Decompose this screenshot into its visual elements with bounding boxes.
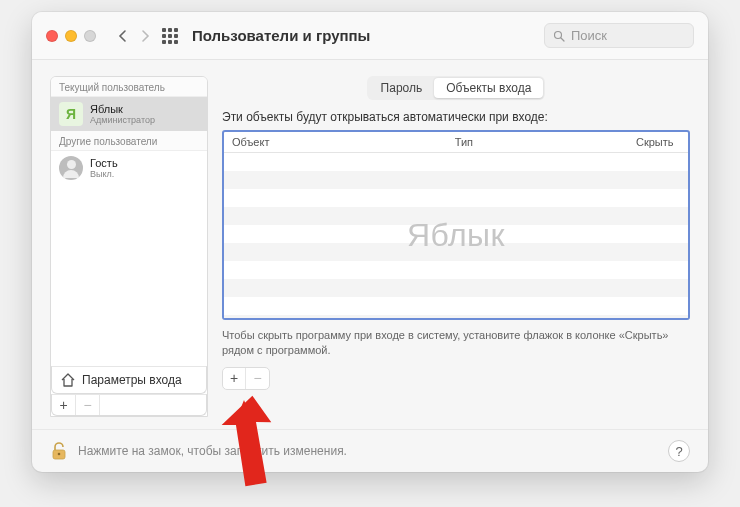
login-item-add-remove-bar: + − [222, 367, 270, 390]
lock-hint-text: Нажмите на замок, чтобы запретить измене… [78, 444, 347, 458]
back-button[interactable] [112, 25, 134, 47]
minimize-window-button[interactable] [65, 30, 77, 42]
hide-hint-text: Чтобы скрыть программу при входе в систе… [222, 328, 690, 359]
titlebar: Пользователи и группы Поиск [32, 12, 708, 60]
avatar: Я [59, 102, 83, 126]
watermark-text: Яблык [224, 153, 688, 318]
forward-button [134, 25, 156, 47]
tab-group: Пароль Объекты входа [367, 76, 546, 100]
user-list: Текущий пользователь Я Яблык Администрат… [50, 76, 208, 417]
close-window-button[interactable] [46, 30, 58, 42]
user-add-remove-bar: + − [51, 394, 207, 416]
footer: Нажмите на замок, чтобы запретить измене… [32, 429, 708, 472]
avatar-guest-icon [59, 156, 83, 180]
column-type[interactable]: Тип [447, 132, 628, 152]
svg-point-3 [58, 453, 61, 456]
svg-point-0 [555, 31, 562, 38]
content-area: Текущий пользователь Я Яблык Администрат… [32, 60, 708, 429]
user-row-guest[interactable]: Гость Выкл. [51, 151, 207, 185]
show-all-preferences-button[interactable] [162, 28, 178, 44]
svg-line-1 [561, 38, 564, 41]
main-panel: Пароль Объекты входа Эти объекты будут о… [222, 76, 690, 417]
tab-login-items[interactable]: Объекты входа [434, 78, 543, 98]
lock-icon[interactable] [50, 441, 68, 461]
remove-user-button: − [76, 395, 100, 415]
user-role: Администратор [90, 115, 155, 125]
remove-login-item-button: − [246, 368, 269, 389]
preferences-window: Пользователи и группы Поиск Текущий поль… [32, 12, 708, 472]
fullscreen-window-button [84, 30, 96, 42]
user-name: Гость [90, 157, 118, 169]
user-status: Выкл. [90, 169, 118, 179]
window-controls [46, 30, 96, 42]
login-items-description: Эти объекты будут открываться автоматиче… [222, 110, 690, 124]
table-header: Объект Тип Скрыть [224, 132, 688, 153]
login-options-label: Параметры входа [82, 373, 182, 387]
column-hide[interactable]: Скрыть [628, 132, 688, 152]
other-users-section-header: Другие пользователи [51, 131, 207, 151]
user-name: Яблык [90, 103, 155, 115]
login-items-table[interactable]: Объект Тип Скрыть Яблык [222, 130, 690, 320]
table-body[interactable]: Яблык [224, 153, 688, 318]
help-button[interactable]: ? [668, 440, 690, 462]
add-user-button[interactable]: + [52, 395, 76, 415]
window-title: Пользователи и группы [192, 27, 370, 44]
search-placeholder: Поиск [571, 28, 607, 43]
add-login-item-button[interactable]: + [223, 368, 246, 389]
search-icon [553, 30, 565, 42]
current-user-section-header: Текущий пользователь [51, 77, 207, 97]
user-row-current[interactable]: Я Яблык Администратор [51, 97, 207, 131]
search-input[interactable]: Поиск [544, 23, 694, 48]
house-icon [60, 372, 76, 388]
tab-password[interactable]: Пароль [369, 78, 435, 98]
login-options-button[interactable]: Параметры входа [51, 366, 207, 394]
users-sidebar: Текущий пользователь Я Яблык Администрат… [50, 76, 208, 417]
column-object[interactable]: Объект [224, 132, 447, 152]
